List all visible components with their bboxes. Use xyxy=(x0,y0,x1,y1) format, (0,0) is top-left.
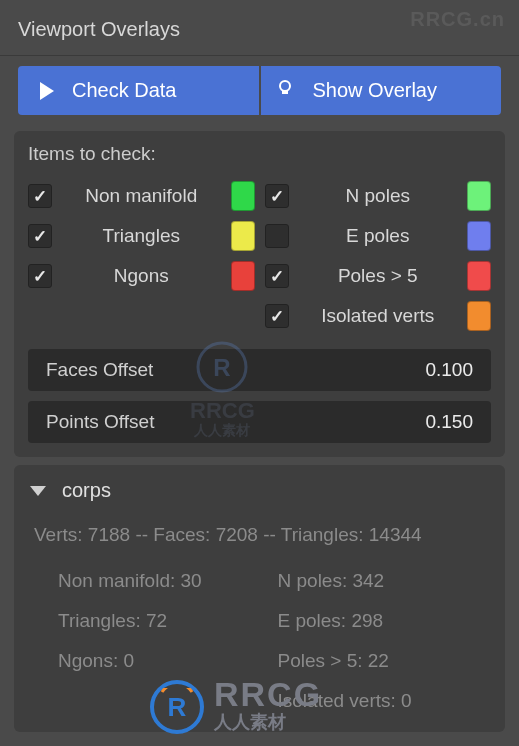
check-item: Poles > 5 xyxy=(265,261,492,291)
stats-grid: Non manifold: 30N poles: 342Triangles: 7… xyxy=(58,570,489,712)
action-button-row: Check Data Show Overlay xyxy=(0,56,519,123)
show-overlay-button[interactable]: Show Overlay xyxy=(261,66,502,115)
color-swatch[interactable] xyxy=(231,261,255,291)
check-data-button[interactable]: Check Data xyxy=(18,66,259,115)
checkbox[interactable] xyxy=(265,224,289,248)
watermark-top-text: RRCG.cn xyxy=(410,8,505,31)
color-swatch[interactable] xyxy=(467,221,491,251)
color-swatch[interactable] xyxy=(231,181,255,211)
check-label: Poles > 5 xyxy=(299,265,458,287)
stat-item xyxy=(58,690,270,712)
check-item: Isolated verts xyxy=(265,301,492,331)
color-swatch[interactable] xyxy=(231,221,255,251)
bulb-icon xyxy=(275,78,295,103)
color-swatch[interactable] xyxy=(467,261,491,291)
check-item: E poles xyxy=(265,221,492,251)
points-offset-value: 0.150 xyxy=(425,411,473,433)
check-label: E poles xyxy=(299,225,458,247)
check-label: Non manifold xyxy=(62,185,221,207)
stats-summary: Verts: 7188 -- Faces: 7208 -- Triangles:… xyxy=(34,524,489,546)
check-item: Non manifold xyxy=(28,181,255,211)
color-swatch[interactable] xyxy=(467,301,491,331)
checkbox[interactable] xyxy=(28,184,52,208)
svg-rect-1 xyxy=(282,91,288,94)
play-icon xyxy=(40,82,54,100)
stat-item: Isolated verts: 0 xyxy=(278,690,490,712)
color-swatch[interactable] xyxy=(467,181,491,211)
checkbox[interactable] xyxy=(265,304,289,328)
show-overlay-label: Show Overlay xyxy=(313,79,438,102)
checkbox[interactable] xyxy=(28,264,52,288)
check-item: Ngons xyxy=(28,261,255,291)
stat-item: E poles: 298 xyxy=(278,610,490,632)
checkbox[interactable] xyxy=(265,184,289,208)
checkbox[interactable] xyxy=(265,264,289,288)
check-grid: Non manifoldN polesTrianglesE polesNgons… xyxy=(28,181,491,331)
check-item xyxy=(28,301,255,331)
stats-section: corps Verts: 7188 -- Faces: 7208 -- Tria… xyxy=(14,465,505,732)
faces-offset-label: Faces Offset xyxy=(46,359,153,381)
checkbox[interactable] xyxy=(28,224,52,248)
faces-offset-row[interactable]: Faces Offset 0.100 xyxy=(28,349,491,391)
svg-point-0 xyxy=(280,81,290,91)
stat-item: Triangles: 72 xyxy=(58,610,270,632)
check-label: N poles xyxy=(299,185,458,207)
items-to-check-section: Items to check: Non manifoldN polesTrian… xyxy=(14,131,505,457)
stats-header[interactable]: corps xyxy=(30,479,489,502)
points-offset-label: Points Offset xyxy=(46,411,154,433)
faces-offset-value: 0.100 xyxy=(425,359,473,381)
items-section-label: Items to check: xyxy=(28,143,491,165)
stats-object-name: corps xyxy=(62,479,111,502)
check-item: Triangles xyxy=(28,221,255,251)
stat-item: Ngons: 0 xyxy=(58,650,270,672)
stat-item: Poles > 5: 22 xyxy=(278,650,490,672)
check-data-label: Check Data xyxy=(72,79,177,102)
check-item: N poles xyxy=(265,181,492,211)
check-label: Isolated verts xyxy=(299,305,458,327)
chevron-down-icon[interactable] xyxy=(30,486,46,496)
points-offset-row[interactable]: Points Offset 0.150 xyxy=(28,401,491,443)
stat-item: N poles: 342 xyxy=(278,570,490,592)
check-label: Ngons xyxy=(62,265,221,287)
check-label: Triangles xyxy=(62,225,221,247)
stat-item: Non manifold: 30 xyxy=(58,570,270,592)
